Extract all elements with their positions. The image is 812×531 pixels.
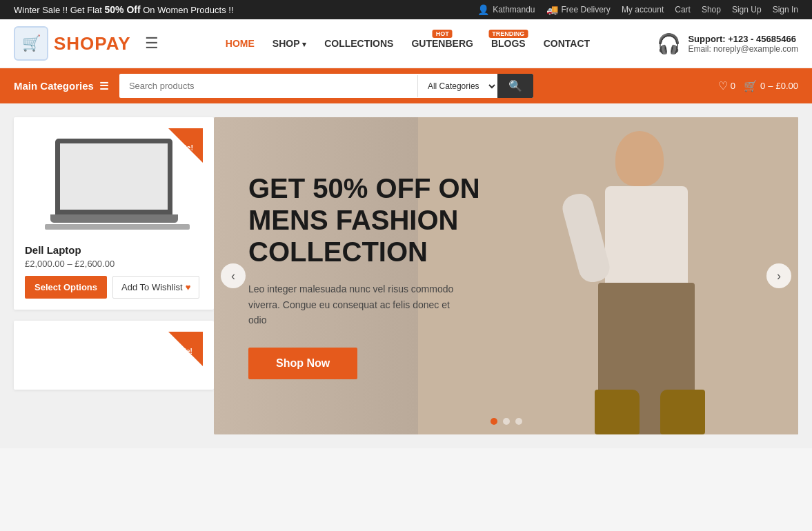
select-options-button[interactable]: Select Options [25,276,107,299]
location-icon: 👤 [477,4,489,15]
nav-collections[interactable]: COLLECTIONS [317,34,400,53]
man-boot-right [660,390,705,434]
product-actions: Select Options Add To Wishlist ♥ [25,276,203,299]
logo-text: SHOPAY [54,33,131,54]
sidebar-products: Sale! Dell Laptop £2,000.00 – £2,600.00 … [14,117,214,434]
signin-link[interactable]: Sign In [773,5,798,14]
sale-badge-2: Sale! [168,332,203,366]
location-text: Kathmandu [493,5,535,14]
cart-icon: 🛒 [744,79,757,92]
support-phone: Support: +123 - 45685466 [688,34,795,44]
man-boot-left [595,390,640,434]
hero-title: GET 50% OFF ON MENS FASHION COLLECTION [248,172,501,268]
search-input[interactable] [119,75,417,97]
shop-arrow-icon: ▾ [302,40,306,48]
sale-announcement: Winter Sale !! Get Flat 50% Off On Women… [14,4,234,15]
bar-right-actions: ♡ 0 🛒 0– £0.00 [718,79,798,92]
wishlist-button[interactable]: ♡ 0 [718,79,735,92]
product-card-laptop: Sale! Dell Laptop £2,000.00 – £2,600.00 … [14,117,214,310]
header-right: 🎧 Support: +123 - 45685466 Email: norepl… [657,32,798,55]
hamburger-menu[interactable]: ☰ [145,34,159,52]
sale-rest: On Women Products !! [141,5,234,15]
nav-home[interactable]: HOME [219,34,261,53]
hero-banner: ‹ GET 50% OFF ON MENS FASHION COLLECTION… [214,117,798,434]
wishlist-btn-text: Add To Wishlist [121,282,183,292]
search-form: All Categories Laptops Phones Clothing A… [119,74,533,98]
main-header: 🛒 SHOPAY ☰ HOME SHOP ▾ COLLECTIONS HOT G… [0,19,812,68]
hero-dot-1[interactable] [491,418,497,425]
price-from: £2,000.00 [25,259,65,269]
heart-filled-icon: ♥ [186,282,191,292]
hero-description: Leo integer malesuada nunc vel risus com… [248,281,469,328]
cart-button[interactable]: 🛒 0– £0.00 [744,79,798,92]
support-icon: 🎧 [657,32,681,55]
man-body [577,117,771,434]
shop-now-button[interactable]: Shop Now [248,348,357,379]
top-bar-right: 👤 Kathmandu 🚚 Free Delivery My account C… [477,4,798,15]
hero-prev-button[interactable]: ‹ [221,263,246,288]
delivery-text: Free Delivery [562,5,611,14]
heart-icon: ♡ [718,79,728,92]
hero-content: GET 50% OFF ON MENS FASHION COLLECTION L… [214,145,535,406]
wishlist-count: 0 [731,81,735,91]
sale-text: Winter Sale !! Get Flat [14,5,105,15]
nav-gutenberg[interactable]: HOT GUTENBERG [404,34,479,53]
support-email: Email: noreply@example.com [688,44,798,54]
cart-link[interactable]: Cart [675,5,691,14]
trending-badge: TRENDING [488,30,528,38]
product-image [25,128,203,239]
add-to-wishlist-button[interactable]: Add To Wishlist ♥ [112,276,199,299]
nav-contact[interactable]: CONTACT [537,34,597,53]
logo[interactable]: 🛒 SHOPAY [14,26,131,61]
header-left: 🛒 SHOPAY ☰ [14,26,159,61]
orange-bar: Main Categories ☰ All Categories Laptops… [0,68,812,103]
sale-bold: 50% Off [105,4,141,15]
main-categories-button[interactable]: Main Categories ☰ [14,80,108,92]
man-boots [595,386,705,434]
price-to: £2,600.00 [75,259,115,269]
logo-icon: 🛒 [14,26,48,61]
my-account-link[interactable]: My account [622,5,664,14]
signup-link[interactable]: Sign Up [732,5,762,14]
hero-next-button[interactable]: › [766,263,791,288]
shop-link[interactable]: Shop [702,5,721,14]
hero-dot-2[interactable] [503,418,510,425]
product-name: Dell Laptop [25,244,203,256]
grid-icon: ☰ [99,80,108,92]
search-button[interactable]: 🔍 [497,74,533,98]
product-card-partial: Sale! [14,321,214,390]
nav-shop[interactable]: SHOP ▾ [266,34,313,53]
delivery-icon: 🚚 [546,4,558,15]
cart-count: 0 [760,81,765,91]
hero-dot-3[interactable] [515,418,522,425]
nav-blogs[interactable]: TRENDING BLOGS [484,34,533,53]
cart-total: £0.00 [775,81,798,91]
hot-badge: HOT [433,30,453,38]
category-select[interactable]: All Categories Laptops Phones Clothing A… [417,75,497,97]
man-head [615,131,664,186]
hero-dots [491,418,522,425]
top-bar: Winter Sale !! Get Flat 50% Off On Women… [0,0,812,19]
main-content: Sale! Dell Laptop £2,000.00 – £2,600.00 … [0,103,812,448]
man-torso [605,186,688,297]
support-info: Support: +123 - 45685466 Email: noreply@… [688,34,798,54]
product-price: £2,000.00 – £2,600.00 [25,259,203,269]
location-info: 👤 Kathmandu [477,4,535,15]
categories-label: Main Categories [14,80,94,92]
main-nav: HOME SHOP ▾ COLLECTIONS HOT GUTENBERG TR… [219,34,597,53]
delivery-info: 🚚 Free Delivery [546,4,611,15]
